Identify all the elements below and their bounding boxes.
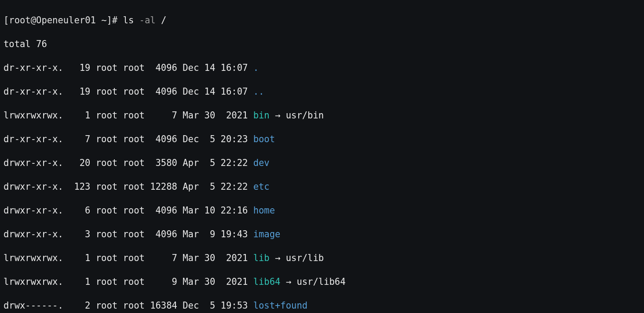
group: root [123,110,150,122]
filename: lost+found [253,300,307,311]
link-count: 2 [69,300,90,312]
owner: root [96,157,123,169]
link-count: 1 [69,252,90,264]
filename: lib [253,253,270,263]
owner: root [96,276,123,288]
link-count: 19 [69,86,90,98]
ls-row: dr-xr-xr-x.19 rootroot4096 Dec 14 16:07. [4,62,640,74]
owner: root [96,62,123,74]
ls-row: drwx------.2 rootroot16384 Dec 5 19:53lo… [4,300,640,312]
filename: lib64 [253,276,281,287]
command-arg: / [161,15,166,26]
size: 4096 [150,62,177,74]
ls-row: lrwxrwxrwx.1 rootroot7 Mar 30 2021lib → … [4,252,640,264]
filename: dev [253,158,270,168]
ls-row: drwxr-xr-x.6 rootroot4096 Mar 10 22:16ho… [4,205,640,217]
size: 12288 [150,181,177,193]
size: 4096 [150,228,177,240]
group: root [123,157,150,169]
owner: root [96,228,123,240]
owner: root [96,181,123,193]
size: 4096 [150,86,177,98]
date: Mar 30 2021 [183,276,253,288]
link-count: 7 [69,133,90,145]
symlink-target: usr/bin [286,110,324,121]
permissions: lrwxrwxrwx. [4,252,69,264]
permissions: drwxr-xr-x. [4,205,69,217]
group: root [123,181,150,193]
ls-row: drwxr-xr-x.123 rootroot12288 Apr 5 22:22… [4,181,640,193]
command-option: -al [139,15,156,26]
filename: . [253,63,259,73]
symlink-arrow-icon: → [270,253,286,263]
group: root [123,133,150,145]
owner: root [96,300,123,312]
prompt-close-bracket: ]# [107,15,123,26]
size: 16384 [150,300,177,312]
filename: home [253,205,275,216]
group: root [123,62,150,74]
permissions: dr-xr-xr-x. [4,62,69,74]
symlink-arrow-icon: → [270,110,286,121]
permissions: dr-xr-xr-x. [4,133,69,145]
link-count: 3 [69,228,90,240]
ls-row: lrwxrwxrwx.1 rootroot7 Mar 30 2021bin → … [4,110,640,122]
permissions: drwxr-xr-x. [4,228,69,240]
terminal-output[interactable]: [root@Openeuler01 ~]# ls -al / total 76 … [0,0,644,313]
owner: root [96,205,123,217]
date: Mar 10 22:16 [183,205,253,217]
size: 7 [150,252,177,264]
size: 4096 [150,133,177,145]
total-line: total 76 [4,38,640,50]
symlink-target: usr/lib64 [296,276,345,287]
ls-row: drwxr-xr-x.20 rootroot3580 Apr 5 22:22de… [4,157,640,169]
permissions: lrwxrwxrwx. [4,276,69,288]
ls-row: lrwxrwxrwx.1 rootroot9 Mar 30 2021lib64 … [4,276,640,288]
prompt-user-host: root@Openeuler01 ~ [9,15,106,26]
filename: image [253,229,281,239]
group: root [123,252,150,264]
link-count: 1 [69,276,90,288]
ls-row: dr-xr-xr-x.7 rootroot4096 Dec 5 20:23boo… [4,133,640,145]
date: Dec 5 20:23 [183,133,253,145]
filename: etc [253,181,270,192]
permissions: drwxr-xr-x. [4,181,69,193]
size: 3580 [150,157,177,169]
permissions: dr-xr-xr-x. [4,86,69,98]
group: root [123,300,150,312]
owner: root [96,133,123,145]
date: Mar 9 19:43 [183,228,253,240]
link-count: 19 [69,62,90,74]
link-count: 6 [69,205,90,217]
size: 7 [150,110,177,122]
link-count: 20 [69,157,90,169]
permissions: drwxr-xr-x. [4,157,69,169]
prompt-open-bracket: [ [4,15,9,26]
date: Dec 5 19:53 [183,300,253,312]
filename: boot [253,134,275,144]
group: root [123,205,150,217]
filename: .. [253,86,264,97]
date: Mar 30 2021 [183,252,253,264]
date: Apr 5 22:22 [183,157,253,169]
ls-row: dr-xr-xr-x.19 rootroot4096 Dec 14 16:07.… [4,86,640,98]
owner: root [96,252,123,264]
command-name: ls [123,15,134,26]
size: 4096 [150,205,177,217]
ls-row: drwxr-xr-x.3 rootroot4096 Mar 9 19:43ima… [4,228,640,240]
group: root [123,276,150,288]
date: Apr 5 22:22 [183,181,253,193]
size: 9 [150,276,177,288]
filename: bin [253,110,270,121]
symlink-target: usr/lib [286,253,324,263]
owner: root [96,110,123,122]
date: Dec 14 16:07 [183,86,253,98]
symlink-arrow-icon: → [280,276,296,287]
group: root [123,86,150,98]
date: Dec 14 16:07 [183,62,253,74]
group: root [123,228,150,240]
link-count: 123 [69,181,90,193]
prompt-line-1: [root@Openeuler01 ~]# ls -al / [4,15,640,26]
permissions: drwx------. [4,300,69,312]
owner: root [96,86,123,98]
